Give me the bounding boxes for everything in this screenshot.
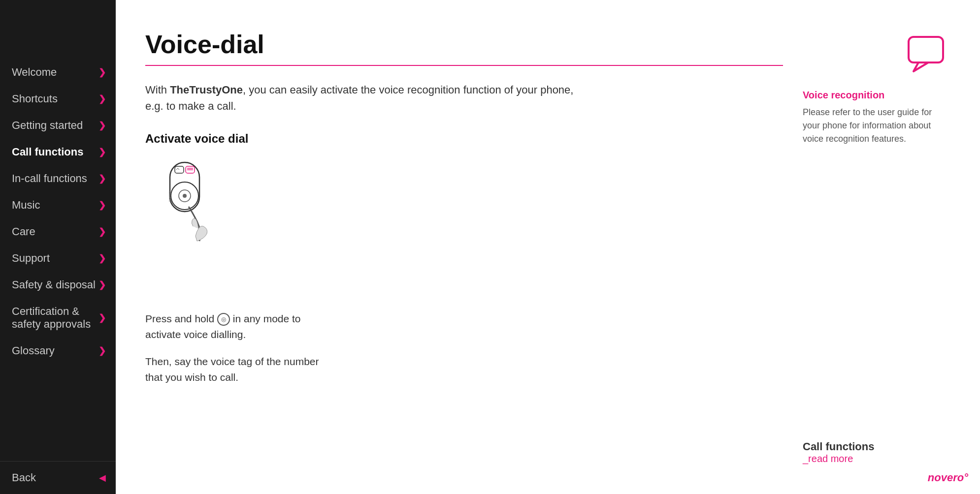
- brand-name: TheTrustyOne: [170, 84, 243, 96]
- sidebar-item-care[interactable]: Care❯: [0, 218, 116, 245]
- nav-item-label: In-call functions: [12, 172, 87, 185]
- sidebar-nav: Welcome❯Shortcuts❯Getting started❯Call f…: [0, 0, 116, 461]
- device-illustration: novero: [145, 157, 224, 295]
- chevron-right-icon: ❯: [98, 67, 106, 78]
- center-content: Voice-dial With TheTrustyOne, you can ea…: [145, 30, 803, 474]
- main-content: Voice-dial With TheTrustyOne, you can ea…: [116, 0, 980, 494]
- chevron-right-icon: ❯: [98, 120, 106, 131]
- back-label: Back: [12, 471, 36, 484]
- chevron-right-icon: ❯: [98, 173, 106, 184]
- chevron-right-icon: ❯: [98, 279, 106, 290]
- sidebar-item-shortcuts[interactable]: Shortcuts❯: [0, 86, 116, 112]
- sidebar-item-certification-safety-approvals[interactable]: Certification & safety approvals❯: [0, 298, 116, 338]
- chevron-right-icon: ❯: [98, 345, 106, 356]
- step2-text: Then, say the voice tag of the number th…: [145, 354, 323, 385]
- svg-marker-10: [914, 62, 928, 71]
- title-divider: [145, 65, 783, 66]
- page-title: Voice-dial: [145, 30, 783, 59]
- nav-item-label: Music: [12, 199, 40, 212]
- sidebar-item-glossary[interactable]: Glossary❯: [0, 338, 116, 364]
- device-image: novero: [145, 157, 783, 297]
- chevron-right-icon: ❯: [98, 200, 106, 211]
- chevron-right-icon: ❯: [98, 93, 106, 104]
- svg-rect-9: [909, 37, 943, 62]
- content-area: Voice-dial With TheTrustyOne, you can ea…: [116, 0, 980, 494]
- sidebar: Welcome❯Shortcuts❯Getting started❯Call f…: [0, 0, 116, 494]
- sidebar-item-safety-disposal[interactable]: Safety & disposal❯: [0, 272, 116, 298]
- nav-item-label: Care: [12, 225, 35, 238]
- nav-item-label: Safety & disposal: [12, 278, 96, 291]
- nav-item-label: Glossary: [12, 344, 55, 357]
- sidebar-item-welcome[interactable]: Welcome❯: [0, 59, 116, 86]
- svg-text:novero: novero: [168, 191, 171, 202]
- sidebar-item-music[interactable]: Music❯: [0, 192, 116, 218]
- svg-point-7: [183, 194, 187, 198]
- sidebar-item-support[interactable]: Support❯: [0, 245, 116, 272]
- nav-item-label: Call functions: [12, 146, 83, 158]
- back-button[interactable]: Back ◀: [0, 461, 116, 494]
- call-functions-label: Call functions: [803, 440, 950, 453]
- back-chevron-icon: ◀: [99, 472, 106, 483]
- intro-prefix: With: [145, 84, 170, 96]
- voice-recognition-box: Voice recognition Please refer to the us…: [803, 90, 950, 146]
- chevron-right-icon: ❯: [98, 226, 106, 237]
- sidebar-item-in-call-functions[interactable]: In-call functions❯: [0, 165, 116, 192]
- sidebar-item-getting-started[interactable]: Getting started❯: [0, 112, 116, 139]
- chevron-right-icon: ❯: [98, 147, 106, 157]
- step1-text: Press and hold ◎ in any mode to activate…: [145, 311, 323, 342]
- activate-heading: Activate voice dial: [145, 132, 783, 146]
- call-functions-footer: Call functions _read more: [803, 440, 950, 474]
- nav-item-label: Welcome: [12, 66, 57, 79]
- voice-icon-area: [803, 34, 950, 74]
- chevron-right-icon: ❯: [98, 312, 106, 323]
- speech-bubble-icon: [906, 34, 950, 74]
- read-more-link[interactable]: _read more: [803, 453, 853, 464]
- chevron-right-icon: ❯: [98, 253, 106, 264]
- novero-logo: novero°: [928, 471, 968, 484]
- nav-item-label: Certification & safety approvals: [12, 305, 98, 331]
- button-circle-icon: ◎: [217, 313, 230, 326]
- voice-recognition-title: Voice recognition: [803, 90, 950, 101]
- right-sidebar: Voice recognition Please refer to the us…: [803, 30, 950, 474]
- nav-item-label: Getting started: [12, 119, 83, 132]
- sidebar-item-call-functions[interactable]: Call functions❯: [0, 139, 116, 165]
- voice-recognition-text: Please refer to the user guide for your …: [803, 106, 950, 146]
- intro-paragraph: With TheTrustyOne, you can easily activa…: [145, 82, 588, 114]
- nav-item-label: Support: [12, 252, 50, 265]
- nav-item-label: Shortcuts: [12, 93, 58, 105]
